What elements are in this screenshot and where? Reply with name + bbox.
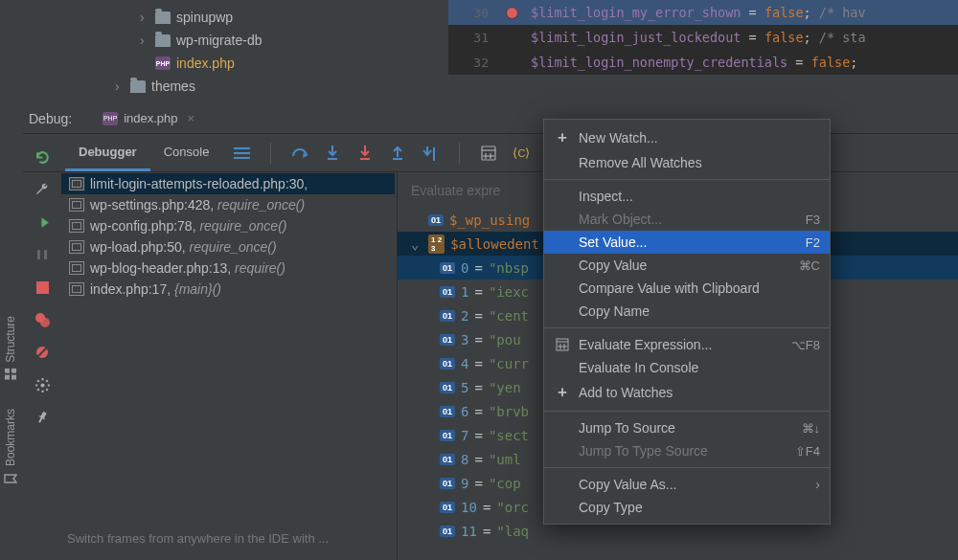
folder-icon (155, 11, 171, 24)
svg-rect-1 (5, 369, 10, 373)
threads-icon[interactable] (232, 144, 251, 163)
pin-icon[interactable] (33, 408, 52, 427)
structure-tool[interactable]: Structure (4, 316, 17, 380)
menu-item-mark-object-: Mark Object...F3 (544, 208, 830, 231)
breakpoint-gutter[interactable] (506, 7, 523, 19)
menu-item-jump-to-type-source: Jump To Type Source⇧F4 (544, 439, 830, 462)
frame-icon (69, 177, 84, 190)
editor-line-30[interactable]: 30$limit_login_my_error_shown = false; /… (448, 0, 958, 25)
frame-row[interactable]: wp-config.php:78, require_once() (61, 215, 395, 236)
folder-icon (155, 34, 171, 47)
tab-console[interactable]: Console (150, 135, 223, 171)
menu-item-set-value-[interactable]: Set Value...F2 (544, 231, 830, 254)
step-over-icon[interactable] (290, 144, 309, 163)
int-badge: 01 (440, 382, 455, 393)
svg-point-8 (40, 318, 50, 327)
int-badge: 01 (440, 358, 455, 370)
submenu-arrow-icon: › (815, 477, 820, 492)
tree-item-spinupwp[interactable]: ›spinupwp (96, 6, 422, 29)
menu-separator (544, 411, 830, 412)
debug-tab-file[interactable]: PHP index.php × (103, 111, 194, 125)
folder-icon (130, 80, 146, 93)
svg-rect-6 (36, 281, 49, 294)
resume-button[interactable] (33, 213, 52, 232)
context-menu[interactable]: +New Watch...Remove All WatchesInspect..… (543, 119, 831, 525)
chevron-icon: › (140, 10, 149, 25)
frame-icon (69, 282, 84, 296)
int-badge: 01 (440, 286, 455, 298)
frame-row[interactable]: limit-login-attempts-reloaded.php:30, (61, 173, 395, 194)
debug-label: Debug: (29, 111, 72, 126)
menu-item-add-to-watches[interactable]: +Add to Watches (544, 379, 830, 406)
shortcut: ⌘↓ (802, 421, 821, 436)
svg-rect-17 (393, 158, 402, 160)
editor[interactable]: 30$limit_login_my_error_shown = false; /… (448, 0, 958, 75)
chevron-icon: › (115, 78, 125, 94)
tree-item-index-php[interactable]: PHPindex.php (96, 52, 422, 75)
frame-icon (69, 240, 84, 254)
shortcut: ⇧F4 (795, 444, 820, 459)
frames-tip: Switch frames from anywhere in the IDE w… (67, 531, 393, 546)
tree-item-themes[interactable]: ›themes (96, 75, 422, 98)
svg-point-11 (40, 383, 44, 387)
run-to-cursor-icon[interactable] (421, 144, 440, 163)
menu-separator (544, 179, 830, 180)
menu-separator (544, 327, 830, 328)
frames-panel[interactable]: limit-login-attempts-reloaded.php:30,wp-… (61, 173, 395, 300)
int-badge: 01 (440, 454, 455, 465)
svg-rect-19 (482, 146, 495, 160)
+-icon: + (554, 383, 571, 402)
menu-item-remove-all-watches[interactable]: Remove All Watches (544, 151, 830, 174)
int-badge: 01 (440, 406, 455, 417)
stop-button[interactable] (33, 278, 52, 297)
+-icon: + (554, 128, 571, 147)
menu-item-new-watch-[interactable]: +New Watch... (544, 124, 830, 151)
svg-rect-4 (37, 250, 40, 259)
force-step-into-icon[interactable] (355, 144, 375, 163)
svg-rect-2 (11, 375, 16, 380)
menu-item-evaluate-in-console[interactable]: Evaluate In Console (544, 356, 830, 379)
frame-row[interactable]: wp-blog-header.php:13, require() (61, 258, 395, 279)
menu-item-copy-value[interactable]: Copy Value⌘C (544, 254, 830, 277)
menu-item-copy-value-as-[interactable]: Copy Value As...› (544, 473, 830, 496)
step-out-icon[interactable] (388, 144, 407, 163)
tab-debugger[interactable]: Debugger (65, 135, 150, 171)
settings-icon[interactable] (33, 375, 52, 394)
tree-item-wp-migrate-db[interactable]: ›wp-migrate-db (96, 29, 422, 52)
menu-item-inspect-[interactable]: Inspect... (544, 185, 830, 208)
mute-breakpoints[interactable] (33, 343, 52, 362)
frame-row[interactable]: wp-settings.php:428, require_once() (61, 194, 395, 215)
shortcut: F3 (806, 213, 820, 227)
debug-left-tools (23, 142, 61, 427)
menu-item-evaluate-expression-[interactable]: Evaluate Expression...⌥F8 (544, 333, 830, 356)
svg-rect-3 (11, 369, 16, 373)
side-rail: Structure Bookmarks (0, 316, 21, 560)
editor-line-32[interactable]: 32$limit_login_nonempty_credentials = fa… (448, 50, 958, 75)
svg-rect-16 (360, 158, 370, 160)
php-icon: PHP (103, 112, 118, 125)
menu-item-compare-value-with-clipboard[interactable]: Compare Value with Clipboard (544, 277, 830, 300)
menu-item-copy-type[interactable]: Copy Type (544, 496, 830, 519)
svg-rect-29 (557, 339, 568, 350)
pause-button[interactable] (33, 245, 52, 264)
frame-row[interactable]: wp-load.php:50, require_once() (61, 236, 395, 258)
menu-item-copy-name[interactable]: Copy Name (544, 300, 830, 323)
view-breakpoints[interactable] (33, 310, 52, 329)
close-icon[interactable]: × (188, 111, 195, 125)
shortcut: ⌥F8 (791, 338, 820, 352)
bookmarks-tool[interactable]: Bookmarks (4, 409, 17, 485)
evaluate-icon[interactable] (479, 144, 498, 163)
line-number: 30 (448, 6, 506, 20)
frame-row[interactable]: index.php:17, {main}() (61, 279, 395, 300)
int-badge: 01 (440, 334, 455, 346)
int-badge: 01 (428, 214, 444, 226)
chevron-icon: › (140, 33, 149, 48)
wrench-icon[interactable] (33, 180, 52, 199)
frame-icon (69, 219, 84, 233)
step-into-icon[interactable] (323, 144, 342, 163)
editor-line-31[interactable]: 31$limit_login_just_lockedout = false; /… (448, 25, 958, 50)
menu-item-jump-to-source[interactable]: Jump To Source⌘↓ (544, 416, 830, 439)
frame-icon (69, 261, 84, 275)
int-badge: 01 (440, 502, 455, 513)
trace-icon[interactable]: ⟨C⟩ (512, 144, 531, 163)
